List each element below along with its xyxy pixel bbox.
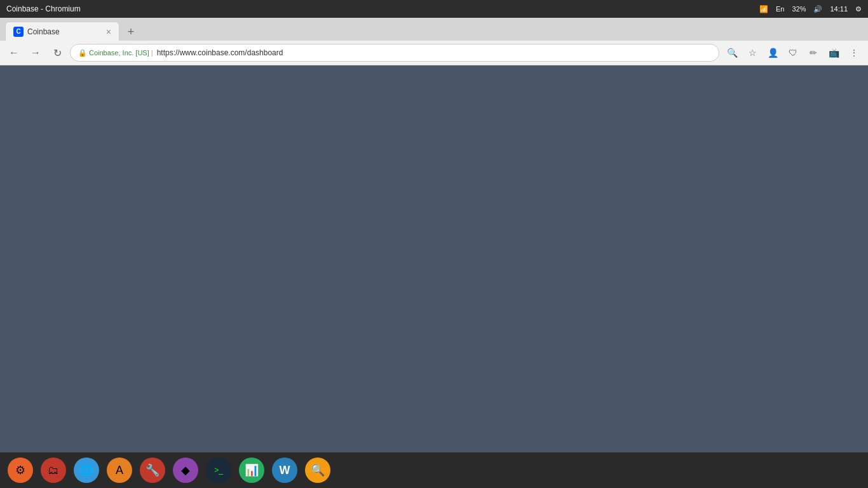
cast-button[interactable]: 📺 xyxy=(825,44,843,62)
taskbar-browser[interactable]: 🌐 xyxy=(71,455,102,485)
url-bar[interactable]: 🔒 Coinbase, Inc. [US] | https://www.coin… xyxy=(70,44,719,62)
titlebar-left: Coinbase - Chromium xyxy=(6,4,81,13)
taskbar-software[interactable]: A xyxy=(104,455,135,485)
volume-icon: 🔊 xyxy=(813,5,822,13)
active-tab[interactable]: C Coinbase × xyxy=(5,22,119,41)
taskbar-terminal[interactable]: >_ xyxy=(203,455,234,485)
settings-icon: ⚙ xyxy=(855,5,862,13)
purple-taskbar-icon: ◆ xyxy=(173,458,198,483)
system-taskbar-icon: ⚙ xyxy=(8,458,33,483)
bookmark-button[interactable]: ☆ xyxy=(743,44,761,62)
taskbar-purple[interactable]: ◆ xyxy=(170,455,201,485)
lock-icon: 🔒 xyxy=(78,49,87,57)
menu-button[interactable]: ⋮ xyxy=(845,44,863,62)
secure-badge: 🔒 Coinbase, Inc. [US] | xyxy=(78,49,153,57)
battery-status: 32% xyxy=(792,5,806,13)
tools-taskbar-icon: 🔧 xyxy=(140,458,165,483)
taskbar-system[interactable]: ⚙ xyxy=(5,455,36,485)
tab-favicon: C xyxy=(13,27,24,37)
keyboard-indicator: En xyxy=(776,5,784,13)
address-bar: ← → ↻ 🔒 Coinbase, Inc. [US] | https://ww… xyxy=(0,41,868,65)
monitor-taskbar-icon: 📊 xyxy=(239,458,264,483)
os-titlebar: Coinbase - Chromium 📶 En 32% 🔊 14:11 ⚙ xyxy=(0,0,868,18)
taskbar-search[interactable]: 🔍 xyxy=(302,455,333,485)
clock: 14:11 xyxy=(830,5,848,13)
taskbar-monitor[interactable]: 📊 xyxy=(236,455,267,485)
taskbar-files[interactable]: 🗂 xyxy=(38,455,69,485)
files-taskbar-icon: 🗂 xyxy=(41,458,66,483)
browser-taskbar-icon: 🌐 xyxy=(74,458,99,483)
taskbar: ⚙ 🗂 🌐 A 🔧 ◆ >_ 📊 W 🔍 xyxy=(0,452,868,488)
app-title: Coinbase - Chromium xyxy=(6,4,81,13)
taskbar-tools[interactable]: 🔧 xyxy=(137,455,168,485)
taskbar-word[interactable]: W xyxy=(269,455,300,485)
titlebar-right: 📶 En 32% 🔊 14:11 ⚙ xyxy=(759,5,862,13)
extension-button-2[interactable]: ✏ xyxy=(804,44,822,62)
search-taskbar-icon: 🔍 xyxy=(305,458,330,483)
extension-button-1[interactable]: 🛡 xyxy=(784,44,802,62)
tab-bar: C Coinbase × + xyxy=(0,18,868,41)
wifi-icon: 📶 xyxy=(759,5,768,13)
browser-chrome: C Coinbase × + ← → ↻ 🔒 Coinbase, Inc. [U… xyxy=(0,18,868,65)
profile-button[interactable]: 👤 xyxy=(764,44,782,62)
search-button[interactable]: 🔍 xyxy=(723,44,741,62)
back-button[interactable]: ← xyxy=(5,44,23,62)
tab-title: Coinbase xyxy=(27,27,60,36)
reload-button[interactable]: ↻ xyxy=(48,44,66,62)
tab-close-button[interactable]: × xyxy=(106,27,111,37)
forward-button[interactable]: → xyxy=(27,44,44,62)
software-taskbar-icon: A xyxy=(107,458,132,483)
terminal-taskbar-icon: >_ xyxy=(206,458,231,483)
word-taskbar-icon: W xyxy=(272,458,297,483)
url-text: https://www.coinbase.com/dashboard xyxy=(157,48,283,57)
toolbar-icons: 🔍 ☆ 👤 🛡 ✏ 📺 ⋮ xyxy=(723,44,863,62)
new-tab-button[interactable]: + xyxy=(122,23,140,41)
